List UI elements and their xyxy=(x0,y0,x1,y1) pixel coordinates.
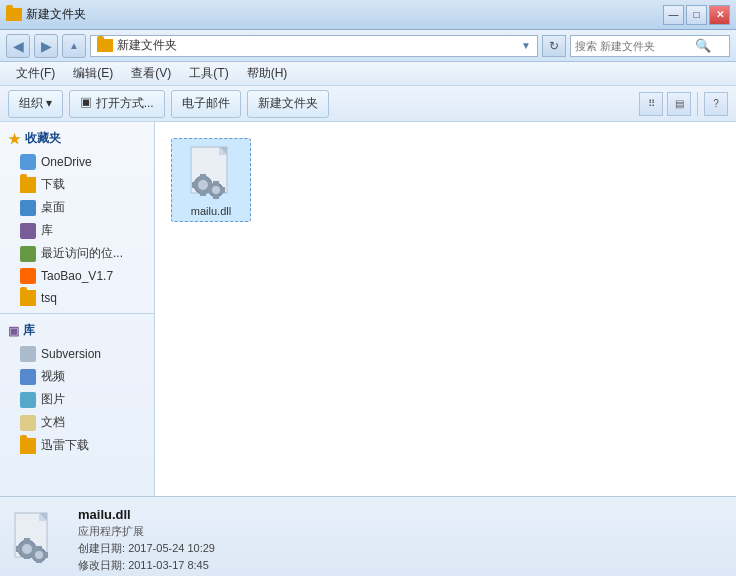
email-label: 电子邮件 xyxy=(182,95,230,112)
svg-rect-27 xyxy=(36,561,42,563)
menu-file[interactable]: 文件(F) xyxy=(8,63,63,84)
address-bar: ◀ ▶ ▲ 新建文件夹 ▼ ↻ 🔍 xyxy=(0,30,736,62)
sidebar-item-images[interactable]: 图片 xyxy=(0,388,154,411)
svg-rect-24 xyxy=(16,546,20,552)
back-button[interactable]: ◀ xyxy=(6,34,30,58)
search-box[interactable]: 🔍 xyxy=(570,35,730,57)
status-filename: mailu.dll xyxy=(78,507,728,522)
sidebar: ★ 收藏夹 OneDrive 下载 桌面 库 最近访问的位... TaoBao_… xyxy=(0,122,155,496)
svg-rect-13 xyxy=(207,187,210,193)
view-mode-button-3[interactable]: ? xyxy=(704,92,728,116)
sidebar-item-label: 图片 xyxy=(41,391,65,408)
menu-edit[interactable]: 编辑(E) xyxy=(65,63,121,84)
menu-bar: 文件(F) 编辑(E) 查看(V) 工具(T) 帮助(H) xyxy=(0,62,736,86)
status-created: 创建日期: 2017-05-24 10:29 xyxy=(78,541,728,556)
organize-label: 组织 ▾ xyxy=(19,95,52,112)
sidebar-item-library[interactable]: 库 xyxy=(0,219,154,242)
sidebar-item-video[interactable]: 视频 xyxy=(0,365,154,388)
dll-file-icon xyxy=(185,143,237,201)
created-label: 创建日期: xyxy=(78,542,125,554)
address-box[interactable]: 新建文件夹 ▼ xyxy=(90,35,538,57)
view-mode-button-1[interactable]: ⠿ xyxy=(639,92,663,116)
favorites-section-title: ★ 收藏夹 xyxy=(0,126,154,151)
close-button[interactable]: ✕ xyxy=(709,5,730,25)
svg-rect-8 xyxy=(200,192,206,196)
recent-icon xyxy=(20,246,36,262)
maximize-button[interactable]: □ xyxy=(686,5,707,25)
menu-tools[interactable]: 工具(T) xyxy=(181,63,236,84)
taobao-icon xyxy=(20,268,36,284)
minimize-button[interactable]: — xyxy=(663,5,684,25)
main-area: ★ 收藏夹 OneDrive 下载 桌面 库 最近访问的位... TaoBao_… xyxy=(0,122,736,496)
status-filetype: 应用程序扩展 xyxy=(78,524,728,539)
sidebar-item-label: 迅雷下载 xyxy=(41,437,89,454)
video-icon xyxy=(20,369,36,385)
sidebar-item-label: 库 xyxy=(41,222,53,239)
sidebar-divider-1 xyxy=(0,313,154,314)
library-section-label: 库 xyxy=(23,322,35,339)
svg-rect-7 xyxy=(200,174,206,178)
sidebar-item-label: 视频 xyxy=(41,368,65,385)
sidebar-item-desktop[interactable]: 桌面 xyxy=(0,196,154,219)
window-title: 新建文件夹 xyxy=(26,6,86,23)
sidebar-item-onedrive[interactable]: OneDrive xyxy=(0,151,154,173)
window-folder-icon xyxy=(6,8,22,21)
sidebar-item-documents[interactable]: 文档 xyxy=(0,411,154,434)
new-folder-label: 新建文件夹 xyxy=(258,95,318,112)
svg-rect-22 xyxy=(24,538,30,542)
path-folder-icon xyxy=(97,39,113,52)
sidebar-item-label: 最近访问的位... xyxy=(41,245,123,262)
modified-label: 修改日期: xyxy=(78,559,125,571)
library-icon xyxy=(20,223,36,239)
search-input[interactable] xyxy=(575,40,695,52)
modified-date: 2011-03-17 8:45 xyxy=(128,559,209,571)
menu-view[interactable]: 查看(V) xyxy=(123,63,179,84)
file-name-label: mailu.dll xyxy=(191,205,231,217)
svg-rect-23 xyxy=(24,556,30,559)
forward-button[interactable]: ▶ xyxy=(34,34,58,58)
sidebar-item-recent[interactable]: 最近访问的位... xyxy=(0,242,154,265)
status-icon-area xyxy=(0,497,70,576)
organize-button[interactable]: 组织 ▾ xyxy=(8,90,63,118)
status-dll-icon xyxy=(11,511,59,563)
dropdown-icon: ▼ xyxy=(521,40,531,51)
menu-help[interactable]: 帮助(H) xyxy=(239,63,296,84)
svg-rect-29 xyxy=(45,552,48,558)
file-item-mailu[interactable]: mailu.dll xyxy=(171,138,251,222)
tsq-folder-icon xyxy=(20,290,36,306)
sidebar-item-label: OneDrive xyxy=(41,155,92,169)
onedrive-icon xyxy=(20,154,36,170)
up-button[interactable]: ▲ xyxy=(62,34,86,58)
svg-point-21 xyxy=(35,551,43,559)
svg-point-4 xyxy=(198,180,208,190)
sidebar-item-label: 文档 xyxy=(41,414,65,431)
svg-rect-25 xyxy=(32,546,36,552)
svg-rect-9 xyxy=(192,182,196,188)
toolbar-separator xyxy=(697,92,698,116)
sidebar-item-tsq[interactable]: tsq xyxy=(0,287,154,309)
sidebar-item-xunlei[interactable]: 迅雷下载 xyxy=(0,434,154,457)
open-with-button[interactable]: ▣ 打开方式... xyxy=(69,90,164,118)
star-icon: ★ xyxy=(8,131,21,147)
content-area: mailu.dll xyxy=(155,122,736,496)
toolbar-right: ⠿ ▤ ? xyxy=(639,92,728,116)
sidebar-item-subversion[interactable]: Subversion xyxy=(0,343,154,365)
view-mode-button-2[interactable]: ▤ xyxy=(667,92,691,116)
download-folder-icon xyxy=(20,177,36,193)
sidebar-item-taobao[interactable]: TaoBao_V1.7 xyxy=(0,265,154,287)
sidebar-item-label: TaoBao_V1.7 xyxy=(41,269,113,283)
address-path: 新建文件夹 xyxy=(117,37,177,54)
window-controls: — □ ✕ xyxy=(663,5,730,25)
svg-rect-11 xyxy=(213,181,219,184)
email-button[interactable]: 电子邮件 xyxy=(171,90,241,118)
refresh-button[interactable]: ↻ xyxy=(542,35,566,57)
new-folder-button[interactable]: 新建文件夹 xyxy=(247,90,329,118)
subversion-icon xyxy=(20,346,36,362)
title-bar-left: 新建文件夹 xyxy=(6,6,86,23)
sidebar-item-label: Subversion xyxy=(41,347,101,361)
images-icon xyxy=(20,392,36,408)
status-info: mailu.dll 应用程序扩展 创建日期: 2017-05-24 10:29 … xyxy=(70,497,736,576)
search-icon[interactable]: 🔍 xyxy=(695,38,711,53)
status-modified: 修改日期: 2011-03-17 8:45 xyxy=(78,558,209,573)
sidebar-item-downloads[interactable]: 下载 xyxy=(0,173,154,196)
